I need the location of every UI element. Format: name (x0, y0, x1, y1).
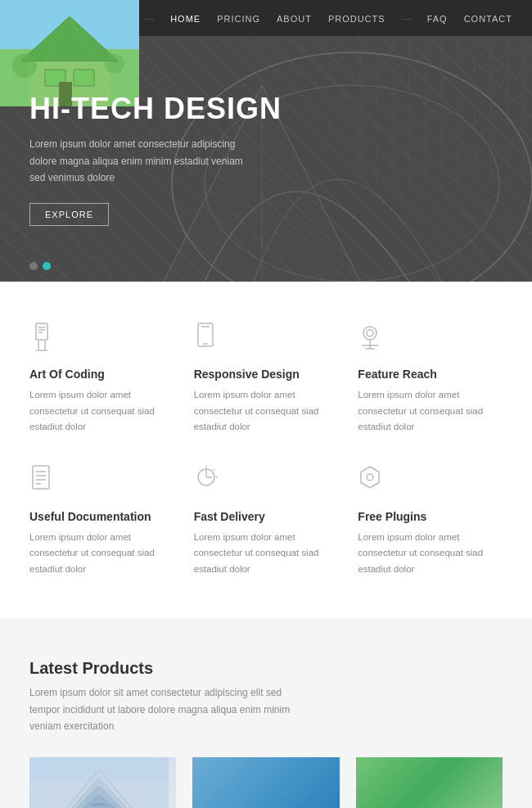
explore-button[interactable]: EXPLORE (29, 203, 109, 226)
product-image-2 (192, 757, 339, 808)
nav-link-about[interactable]: ABOUT (277, 14, 312, 24)
nav-item-about[interactable]: ABOUT (277, 12, 312, 25)
feature-item-3: Feature Reach Lorem ipsum dolor amet con… (358, 323, 503, 436)
features-section: Art Of Coding Lorem ipsum dolor amet con… (0, 282, 532, 618)
feature-title-6: Free Plugins (358, 510, 503, 523)
feature-reach-icon (358, 323, 503, 356)
free-plugins-icon (358, 465, 503, 499)
svg-line-38 (213, 469, 214, 471)
product-card-2: Curved Corners DEVELOPMENT Lorem ipsum d… (192, 757, 339, 808)
feature-desc-1: Lorem ipsum dolor amet consectetur ut co… (29, 387, 174, 436)
feature-desc-2: Lorem ipsum dolor amet consectetur ut co… (194, 387, 339, 436)
svg-point-88 (105, 54, 124, 74)
feature-title-3: Feature Reach (358, 368, 503, 381)
feature-title-2: Responsive Design (194, 368, 339, 381)
feature-desc-4: Lorem ipsum dolor amet consectetur ut co… (29, 530, 174, 578)
feature-item-1: Art Of Coding Lorem ipsum dolor amet con… (29, 323, 174, 436)
product-image-1 (29, 757, 176, 808)
nav-item-contact[interactable]: CONTACT (464, 12, 512, 25)
svg-marker-40 (361, 467, 379, 488)
nav-menu: — HOME PRICING ABOUT PRODUCTS — FAQ CONT… (145, 12, 512, 25)
feature-title-1: Art Of Coding (29, 368, 174, 381)
svg-point-41 (367, 474, 373, 481)
feature-item-2: Responsive Design Lorem ipsum dolor amet… (194, 323, 339, 436)
products-title: Latest Products (29, 659, 503, 678)
responsive-design-icon (194, 323, 339, 356)
svg-point-24 (363, 327, 376, 340)
nav-dash-2: — (402, 13, 411, 23)
product-card-1: Triangle Roof MANAGEMENT Lorem ipsum dol… (29, 757, 176, 808)
feature-item-4: Useful Documentation Lorem ipsum dolor a… (29, 465, 174, 578)
hero-dot-1[interactable] (29, 262, 38, 270)
hero-content: HI-TECH DESIGN Lorem ipsum dolor amet co… (29, 92, 503, 225)
feature-title-5: Fast Delivery (194, 510, 339, 523)
svg-point-87 (12, 53, 37, 78)
nav-link-home[interactable]: HOME (170, 14, 201, 24)
nav-item-products[interactable]: PRODUCTS (328, 12, 385, 25)
features-grid: Art Of Coding Lorem ipsum dolor amet con… (29, 323, 503, 577)
hero-description: Lorem ipsum dolor amet consectetur adipi… (29, 136, 259, 186)
nav-item-faq[interactable]: FAQ (427, 12, 448, 25)
feature-desc-3: Lorem ipsum dolor amet consectetur ut co… (358, 387, 503, 436)
svg-rect-29 (33, 466, 49, 489)
hero-indicators (29, 262, 51, 270)
nav-link-products[interactable]: PRODUCTS (328, 14, 385, 24)
feature-desc-6: Lorem ipsum dolor amet consectetur ut co… (358, 530, 503, 578)
product-card-3: Bird On Green DESIGN Lorem ipsum dolor s… (356, 757, 503, 808)
svg-rect-56 (29, 757, 169, 782)
nav-link-pricing[interactable]: PRICING (217, 14, 260, 24)
feature-item-5: Fast Delivery Lorem ipsum dolor amet con… (194, 465, 339, 578)
nav-item-home[interactable]: HOME (170, 12, 201, 25)
nav-dash-1: — (145, 13, 154, 23)
nav-link-faq[interactable]: FAQ (427, 14, 448, 24)
feature-desc-5: Lorem ipsum dolor amet consectetur ut co… (194, 530, 339, 578)
products-section: Latest Products Lorem ipsum dolor sit am… (0, 618, 532, 808)
products-desc: Lorem ipsum dolor sit amet consectetur a… (29, 684, 308, 734)
products-grid: Triangle Roof MANAGEMENT Lorem ipsum dol… (29, 757, 503, 808)
useful-docs-icon (29, 465, 174, 499)
hero-dot-2[interactable] (43, 262, 51, 270)
svg-rect-85 (74, 70, 94, 86)
svg-point-25 (367, 330, 373, 336)
feature-item-6: Free Plugins Lorem ipsum dolor amet cons… (358, 465, 503, 578)
fast-delivery-icon (194, 465, 339, 499)
feature-title-4: Useful Documentation (29, 510, 174, 523)
nav-link-contact[interactable]: CONTACT (464, 14, 512, 24)
art-of-coding-icon (29, 323, 174, 356)
svg-rect-14 (36, 323, 47, 340)
product-image-3 (356, 757, 503, 808)
nav-item-pricing[interactable]: PRICING (217, 12, 260, 25)
hero-title: HI-TECH DESIGN (29, 92, 503, 126)
